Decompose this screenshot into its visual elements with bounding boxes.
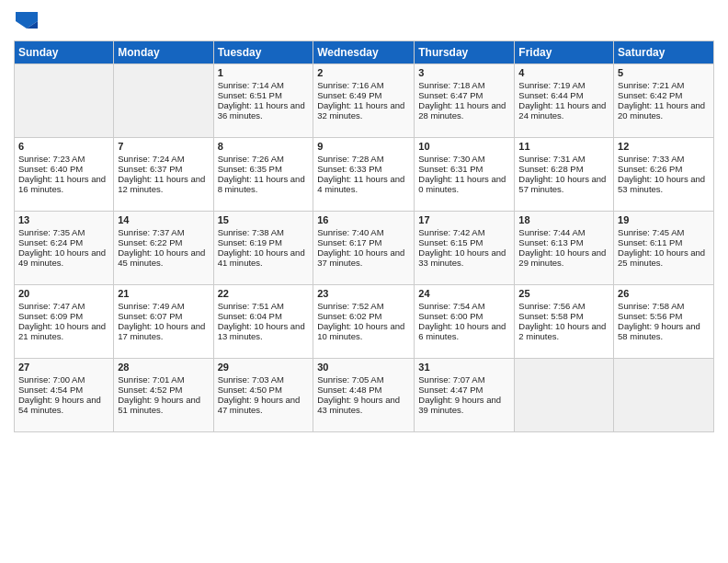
calendar-cell: 16Sunrise: 7:40 AMSunset: 6:17 PMDayligh… — [313, 211, 415, 284]
cell-text: Sunset: 6:09 PM — [18, 311, 109, 321]
cell-text: Daylight: 11 hours and 4 minutes. — [317, 174, 410, 194]
calendar-cell: 19Sunrise: 7:45 AMSunset: 6:11 PMDayligh… — [614, 211, 714, 284]
calendar-cell: 14Sunrise: 7:37 AMSunset: 6:22 PMDayligh… — [114, 211, 213, 284]
cell-text: Sunset: 4:47 PM — [418, 385, 510, 395]
day-number: 11 — [518, 141, 609, 152]
calendar-cell: 31Sunrise: 7:07 AMSunset: 4:47 PMDayligh… — [415, 358, 515, 431]
cell-text: Daylight: 10 hours and 25 minutes. — [618, 247, 710, 268]
cell-text: Daylight: 9 hours and 43 minutes. — [317, 395, 410, 415]
week-row-5: 27Sunrise: 7:00 AMSunset: 4:54 PMDayligh… — [15, 358, 714, 431]
weekday-header-friday: Friday — [515, 40, 614, 63]
cell-text: Sunrise: 7:19 AM — [518, 80, 609, 90]
cell-text: Daylight: 10 hours and 21 minutes. — [18, 321, 109, 341]
calendar-cell — [15, 63, 114, 137]
cell-text: Daylight: 10 hours and 2 minutes. — [518, 321, 609, 341]
calendar-table: SundayMondayTuesdayWednesdayThursdayFrid… — [14, 40, 714, 432]
cell-text: Sunset: 6:49 PM — [317, 90, 410, 100]
cell-text: Sunrise: 7:56 AM — [518, 301, 609, 311]
calendar-cell: 18Sunrise: 7:44 AMSunset: 6:13 PMDayligh… — [515, 211, 614, 284]
cell-text: Daylight: 10 hours and 33 minutes. — [418, 247, 510, 268]
calendar-cell: 23Sunrise: 7:52 AMSunset: 6:02 PMDayligh… — [313, 284, 415, 358]
day-number: 19 — [618, 214, 710, 225]
day-number: 18 — [518, 214, 609, 225]
cell-text: Daylight: 11 hours and 12 minutes. — [118, 174, 209, 194]
cell-text: Sunrise: 7:58 AM — [618, 301, 710, 311]
calendar-cell: 4Sunrise: 7:19 AMSunset: 6:44 PMDaylight… — [515, 63, 614, 137]
header — [14, 9, 714, 33]
cell-text: Sunset: 6:24 PM — [18, 237, 109, 247]
calendar-cell: 29Sunrise: 7:03 AMSunset: 4:50 PMDayligh… — [213, 358, 313, 431]
calendar-cell: 10Sunrise: 7:30 AMSunset: 6:31 PMDayligh… — [415, 137, 515, 211]
cell-text: Daylight: 10 hours and 49 minutes. — [18, 247, 109, 268]
calendar-cell — [515, 358, 614, 431]
calendar-cell: 13Sunrise: 7:35 AMSunset: 6:24 PMDayligh… — [15, 211, 114, 284]
cell-text: Sunrise: 7:14 AM — [218, 80, 310, 90]
cell-text: Daylight: 9 hours and 39 minutes. — [418, 395, 510, 415]
cell-text: Daylight: 9 hours and 54 minutes. — [18, 395, 109, 415]
calendar-cell: 28Sunrise: 7:01 AMSunset: 4:52 PMDayligh… — [114, 358, 213, 431]
cell-text: Sunrise: 7:54 AM — [418, 301, 510, 311]
cell-text: Sunset: 6:28 PM — [518, 164, 609, 174]
day-number: 14 — [118, 214, 209, 225]
calendar-cell: 24Sunrise: 7:54 AMSunset: 6:00 PMDayligh… — [415, 284, 515, 358]
calendar-cell: 9Sunrise: 7:28 AMSunset: 6:33 PMDaylight… — [313, 137, 415, 211]
day-number: 25 — [518, 288, 609, 299]
cell-text: Sunset: 5:58 PM — [518, 311, 609, 321]
cell-text: Sunrise: 7:23 AM — [18, 154, 109, 164]
day-number: 2 — [317, 67, 410, 78]
cell-text: Sunset: 6:02 PM — [317, 311, 410, 321]
cell-text: Daylight: 10 hours and 45 minutes. — [118, 247, 209, 268]
day-number: 17 — [418, 214, 510, 225]
day-number: 5 — [618, 67, 710, 78]
cell-text: Sunrise: 7:01 AM — [118, 374, 209, 385]
calendar-cell: 27Sunrise: 7:00 AMSunset: 4:54 PMDayligh… — [15, 358, 114, 431]
calendar-cell: 2Sunrise: 7:16 AMSunset: 6:49 PMDaylight… — [313, 63, 415, 137]
cell-text: Daylight: 10 hours and 57 minutes. — [518, 174, 609, 194]
cell-text: Sunrise: 7:40 AM — [317, 227, 410, 237]
week-row-1: 1Sunrise: 7:14 AMSunset: 6:51 PMDaylight… — [15, 63, 714, 137]
calendar-cell — [614, 358, 714, 431]
cell-text: Sunrise: 7:42 AM — [418, 227, 510, 237]
weekday-header-monday: Monday — [114, 40, 213, 63]
cell-text: Sunset: 6:35 PM — [218, 164, 310, 174]
weekday-header-tuesday: Tuesday — [213, 40, 313, 63]
cell-text: Sunrise: 7:05 AM — [317, 374, 410, 385]
cell-text: Sunrise: 7:21 AM — [618, 80, 710, 90]
cell-text: Sunset: 6:11 PM — [618, 237, 710, 247]
cell-text: Daylight: 11 hours and 20 minutes. — [618, 100, 710, 121]
cell-text: Sunset: 6:44 PM — [518, 90, 609, 100]
day-number: 30 — [317, 362, 410, 373]
weekday-header-sunday: Sunday — [15, 40, 114, 63]
cell-text: Sunset: 6:37 PM — [118, 164, 209, 174]
cell-text: Sunset: 6:31 PM — [418, 164, 510, 174]
calendar-cell: 26Sunrise: 7:58 AMSunset: 5:56 PMDayligh… — [614, 284, 714, 358]
week-row-3: 13Sunrise: 7:35 AMSunset: 6:24 PMDayligh… — [15, 211, 714, 284]
calendar-cell: 22Sunrise: 7:51 AMSunset: 6:04 PMDayligh… — [213, 284, 313, 358]
cell-text: Daylight: 10 hours and 53 minutes. — [618, 174, 710, 194]
cell-text: Sunset: 6:47 PM — [418, 90, 510, 100]
day-number: 13 — [18, 214, 109, 225]
day-number: 23 — [317, 288, 410, 299]
cell-text: Sunset: 5:56 PM — [618, 311, 710, 321]
cell-text: Sunrise: 7:16 AM — [317, 80, 410, 90]
cell-text: Sunrise: 7:37 AM — [118, 227, 209, 237]
calendar-cell: 3Sunrise: 7:18 AMSunset: 6:47 PMDaylight… — [415, 63, 515, 137]
cell-text: Daylight: 10 hours and 13 minutes. — [218, 321, 310, 341]
day-number: 22 — [218, 288, 310, 299]
cell-text: Sunset: 6:07 PM — [118, 311, 209, 321]
weekday-header-row: SundayMondayTuesdayWednesdayThursdayFrid… — [15, 40, 714, 63]
cell-text: Sunrise: 7:33 AM — [618, 154, 710, 164]
cell-text: Sunrise: 7:45 AM — [618, 227, 710, 237]
cell-text: Sunrise: 7:31 AM — [518, 154, 609, 164]
calendar-cell: 25Sunrise: 7:56 AMSunset: 5:58 PMDayligh… — [515, 284, 614, 358]
cell-text: Sunset: 4:48 PM — [317, 385, 410, 395]
cell-text: Daylight: 10 hours and 41 minutes. — [218, 247, 310, 268]
cell-text: Daylight: 11 hours and 28 minutes. — [418, 100, 510, 121]
cell-text: Sunrise: 7:03 AM — [218, 374, 310, 385]
calendar-cell: 21Sunrise: 7:49 AMSunset: 6:07 PMDayligh… — [114, 284, 213, 358]
day-number: 16 — [317, 214, 410, 225]
cell-text: Sunrise: 7:38 AM — [218, 227, 310, 237]
calendar-cell: 30Sunrise: 7:05 AMSunset: 4:48 PMDayligh… — [313, 358, 415, 431]
cell-text: Sunrise: 7:49 AM — [118, 301, 209, 311]
day-number: 21 — [118, 288, 209, 299]
